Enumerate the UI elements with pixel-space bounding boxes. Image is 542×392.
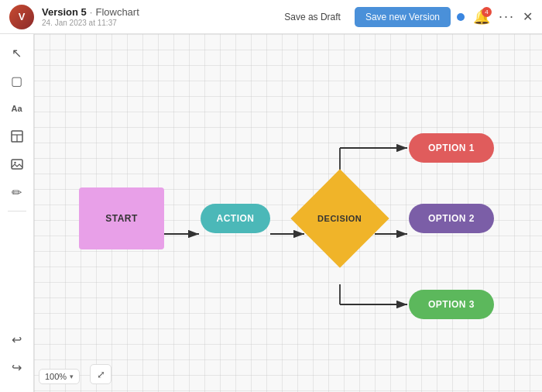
zoom-dropdown-icon[interactable]: ▾ bbox=[70, 373, 74, 380]
undo-button[interactable]: ↩ bbox=[5, 327, 29, 352]
option1-node[interactable]: OPTION 1 bbox=[409, 133, 494, 163]
svg-point-4 bbox=[14, 162, 15, 163]
cursor-tool[interactable]: ↖ bbox=[5, 40, 29, 65]
avatar: V bbox=[9, 5, 34, 29]
title-block: Version 5 · Flowchart 24. Jan 2023 at 11… bbox=[42, 6, 269, 27]
start-node[interactable]: START bbox=[79, 187, 164, 249]
start-label: START bbox=[105, 213, 138, 224]
toolbar-bottom: ↩ ↪ bbox=[5, 327, 29, 386]
pen-tool[interactable]: ✏ bbox=[5, 180, 29, 205]
toolbar-separator bbox=[8, 211, 26, 211]
zoom-control[interactable]: 100% ▾ bbox=[39, 369, 80, 384]
expand-button[interactable]: ⤢ bbox=[90, 364, 111, 384]
svg-rect-3 bbox=[12, 160, 22, 169]
decision-label: DECISION bbox=[317, 214, 362, 223]
expand-icon: ⤢ bbox=[97, 369, 105, 380]
option3-node[interactable]: OPTION 3 bbox=[409, 290, 494, 319]
rectangle-tool[interactable]: ▢ bbox=[5, 68, 29, 93]
version-label: Version 5 bbox=[42, 6, 87, 18]
option2-node[interactable]: OPTION 2 bbox=[409, 204, 494, 233]
option1-label: OPTION 1 bbox=[428, 143, 475, 153]
option3-label: OPTION 3 bbox=[428, 299, 475, 310]
more-options-icon[interactable]: ··· bbox=[499, 9, 515, 25]
option2-label: OPTION 2 bbox=[428, 213, 475, 224]
close-button[interactable]: ✕ bbox=[523, 9, 533, 24]
main-area: ↖ ▢ Aa ✏ ↩ ↪ bbox=[0, 34, 542, 392]
title-sep: · bbox=[90, 6, 93, 18]
header: V Version 5 · Flowchart 24. Jan 2023 at … bbox=[0, 0, 542, 34]
toolbar: ↖ ▢ Aa ✏ ↩ ↪ bbox=[0, 34, 34, 392]
save-draft-button[interactable]: Save as Draft bbox=[276, 8, 348, 26]
document-date: 24. Jan 2023 at 11:37 bbox=[42, 19, 269, 27]
action-node[interactable]: ACTION bbox=[201, 204, 270, 233]
header-actions: Save as Draft Save new Version 🔔 4 ··· ✕ bbox=[276, 6, 533, 28]
notification-bell[interactable]: 🔔 4 bbox=[471, 6, 492, 28]
text-tool[interactable]: Aa bbox=[5, 96, 29, 121]
action-label: ACTION bbox=[217, 213, 255, 224]
notification-badge: 4 bbox=[482, 7, 492, 17]
redo-button[interactable]: ↪ bbox=[5, 355, 29, 380]
canvas[interactable]: START ACTION DECISION OPTION 1 OPTION 2 … bbox=[34, 34, 542, 392]
zoom-level-label: 100% bbox=[45, 372, 67, 381]
image-tool[interactable] bbox=[5, 152, 29, 177]
status-dot bbox=[457, 13, 465, 21]
document-title: Flowchart bbox=[95, 6, 139, 18]
save-version-button[interactable]: Save new Version bbox=[355, 7, 451, 27]
table-tool[interactable] bbox=[5, 124, 29, 149]
